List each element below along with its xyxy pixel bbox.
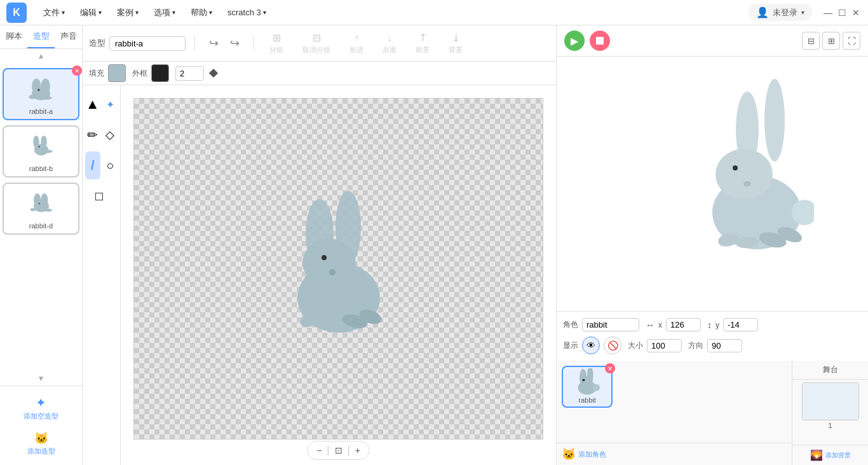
- sprite-name-prop: 角色: [563, 318, 639, 331]
- delete-costume-rabbit-a[interactable]: ✕: [72, 66, 82, 76]
- behind-icon: ⤓: [452, 32, 460, 44]
- zoom-fit-button[interactable]: ⊡: [332, 444, 345, 457]
- stage-canvas[interactable]: [557, 57, 868, 311]
- direction-prop: 方向: [688, 339, 742, 352]
- svg-point-32: [764, 79, 785, 162]
- backdrop-thumbnail[interactable]: [802, 382, 859, 420]
- x-input[interactable]: [666, 318, 701, 331]
- menu-examples[interactable]: 案例 ▾: [111, 4, 145, 21]
- minimize-button[interactable]: —: [822, 7, 834, 18]
- tab-costumes[interactable]: 造型: [27, 25, 55, 48]
- costume-item-rabbit-a[interactable]: ✕ rabbit-a: [3, 68, 79, 120]
- line-tool[interactable]: /: [85, 151, 100, 179]
- eraser-tool[interactable]: ◇: [103, 121, 118, 149]
- front-button[interactable]: ⤒ 前景: [409, 29, 436, 57]
- user-menu[interactable]: 👤 未登录 ▾: [749, 4, 812, 21]
- add-sprite-button[interactable]: 🐱 添加角色: [557, 443, 792, 465]
- costume-label-rabbit-b: rabbit-b: [29, 165, 53, 172]
- stroke-width-input[interactable]: [175, 66, 204, 81]
- forward-button[interactable]: ↑ 前进: [343, 30, 370, 57]
- outline-color-swatch[interactable]: [151, 64, 169, 82]
- stage-label: 舞台: [792, 361, 868, 380]
- fullscreen-button[interactable]: ⛶: [843, 32, 860, 50]
- green-flag-button[interactable]: ▶: [564, 31, 585, 51]
- scroll-down-arrow[interactable]: ▼: [0, 371, 82, 385]
- stage-drawing: [611, 76, 814, 292]
- svg-point-17: [38, 203, 39, 204]
- circle-tool[interactable]: ○: [103, 151, 118, 179]
- y-input[interactable]: [723, 318, 758, 331]
- back-icon: ↓: [387, 32, 392, 44]
- maximize-button[interactable]: ☐: [836, 7, 848, 18]
- app-logo: K: [6, 3, 27, 23]
- x-arrows-icon: ↔: [646, 320, 654, 330]
- menu-edit[interactable]: 编辑 ▾: [74, 4, 108, 21]
- canvas-background[interactable]: [133, 98, 543, 440]
- direction-input[interactable]: [707, 339, 742, 352]
- stage-view-buttons: ⊟ ⊞ ⛶: [802, 32, 860, 50]
- canvas-container: − | ⊡ | +: [121, 85, 556, 465]
- select-tool[interactable]: ▲: [85, 90, 100, 118]
- ungroup-button[interactable]: ⊟ 取消分组: [296, 29, 337, 57]
- back-button[interactable]: ↓ 后退: [376, 30, 403, 57]
- redo-button[interactable]: ↪: [225, 34, 245, 53]
- undo-redo-group: ↩ ↪: [204, 34, 245, 53]
- svg-point-16: [36, 200, 46, 209]
- scroll-up-arrow[interactable]: ▲: [0, 49, 82, 63]
- tab-sounds[interactable]: 声音: [55, 25, 82, 48]
- delete-sprite-rabbit[interactable]: ✕: [605, 363, 615, 373]
- menu-bar: 文件 ▾ 编辑 ▾ 案例 ▾ 选项 ▾ 帮助 ▾ scratch 3 ▾: [37, 4, 273, 21]
- pencil-tool[interactable]: ✏: [85, 121, 100, 149]
- tool-row-4: □: [85, 182, 118, 210]
- undo-button[interactable]: ↩: [204, 34, 224, 53]
- costume-label-rabbit-d: rabbit-d: [29, 222, 53, 230]
- add-costume-area: ✦ 添加空造型 🐱 添加造型: [0, 385, 82, 465]
- tools-panel: ▲ ✦ ✏ ◇ / ○ □: [83, 85, 121, 465]
- sprite-y-prop: ↕ y: [707, 318, 758, 331]
- add-costume-label: 添加造型: [27, 447, 55, 456]
- svg-point-12: [44, 150, 52, 153]
- y-label: y: [715, 321, 719, 330]
- group-button[interactable]: ⊞ 分组: [263, 29, 290, 57]
- rect-tool[interactable]: □: [85, 182, 113, 210]
- editor-toolbar: 造型 ↩ ↪ ⊞ 分组 ⊟ 取消分组 ↑: [83, 25, 556, 62]
- show-button[interactable]: 👁: [582, 337, 600, 354]
- reshape-tool[interactable]: ✦: [103, 90, 118, 118]
- ungroup-icon: ⊟: [313, 32, 321, 44]
- costume-item-rabbit-b[interactable]: rabbit-b: [3, 125, 79, 177]
- behind-button[interactable]: ⤓ 背景: [442, 29, 469, 57]
- svg-point-37: [743, 181, 751, 186]
- titlebar: K 文件 ▾ 编辑 ▾ 案例 ▾ 选项 ▾ 帮助 ▾ scratch 3 ▾ 👤: [0, 0, 868, 25]
- tab-scripts[interactable]: 脚本: [0, 25, 27, 48]
- menu-options[interactable]: 选项 ▾: [147, 4, 182, 21]
- costume-item-rabbit-d[interactable]: rabbit-d: [3, 183, 79, 235]
- zoom-in-button[interactable]: +: [353, 444, 363, 457]
- sprite-name-input[interactable]: [582, 318, 639, 331]
- add-backdrop-label: 添加背景: [825, 451, 851, 460]
- y-arrows-icon: ↕: [707, 320, 712, 330]
- add-costume-button[interactable]: 🐱 添加造型: [3, 427, 79, 460]
- costume-name-input[interactable]: [109, 36, 186, 51]
- hide-button[interactable]: 🚫: [604, 337, 621, 354]
- stop-button[interactable]: [590, 31, 610, 51]
- menu-help[interactable]: 帮助 ▾: [184, 4, 219, 21]
- size-label: 大小: [628, 340, 643, 351]
- sprite-item-rabbit[interactable]: ✕ rabbit: [562, 366, 613, 408]
- small-stage-button[interactable]: ⊟: [802, 32, 820, 50]
- zoom-divider-2: |: [348, 445, 350, 456]
- close-button[interactable]: ✕: [850, 7, 862, 18]
- add-backdrop-button[interactable]: 🌄 添加背景: [792, 445, 868, 465]
- fill-color-swatch[interactable]: [108, 64, 126, 82]
- size-input[interactable]: [647, 339, 682, 352]
- sprite-name-label: 角色: [563, 319, 578, 330]
- tool-row-1: ▲ ✦: [85, 90, 118, 118]
- backdrop-item: 1: [795, 382, 865, 429]
- menu-scratch3[interactable]: scratch 3 ▾: [221, 4, 273, 21]
- normal-stage-button[interactable]: ⊞: [822, 32, 840, 50]
- add-empty-costume-button[interactable]: ✦ 添加空造型: [3, 391, 79, 425]
- show-label: 显示: [563, 340, 578, 351]
- fill-group: 填充: [89, 64, 126, 82]
- zoom-out-button[interactable]: −: [314, 444, 324, 457]
- add-sprite-icon: 🐱: [562, 447, 576, 461]
- menu-file[interactable]: 文件 ▾: [37, 4, 71, 21]
